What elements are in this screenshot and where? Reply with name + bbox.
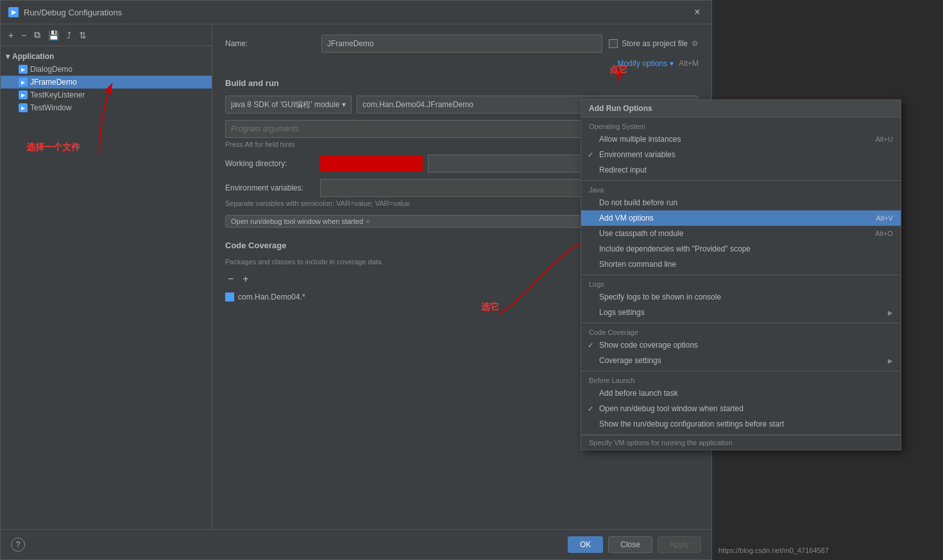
sidebar-item-dialogdemo[interactable]: ▶ DialogDemo — [1, 63, 212, 76]
chevron-down-icon: ▾ — [670, 59, 674, 68]
item-label: Specify logs to be shown in console — [599, 293, 721, 301]
footer-left: ? — [11, 538, 563, 552]
modify-shortcut: Alt+M — [679, 59, 699, 68]
item-label: Show the run/debug configuration setting… — [599, 420, 784, 428]
tree-group-header: ▾ Application — [1, 50, 212, 63]
dropdown-section-coverage: Code Coverage ✓ Show code coverage optio… — [581, 323, 901, 371]
item-label: Shorten command line — [599, 260, 676, 269]
dropdown-item-specify-logs[interactable]: Specify logs to be shown in console — [581, 289, 901, 305]
sidebar-item-jframedemo[interactable]: ▶ JFrameDemo — [1, 76, 212, 89]
url-bar: https://blog.csdn.net/m0_47164587 — [712, 541, 943, 560]
dropdown-item-show-config-before-start[interactable]: Show the run/debug configuration setting… — [581, 416, 901, 432]
dropdown-item-env-vars[interactable]: ✓ Environment variables — [581, 147, 901, 162]
item-label: Allow multiple instances — [599, 135, 681, 144]
dropdown-item-show-coverage[interactable]: ✓ Show code coverage options — [581, 337, 901, 353]
dialog-footer: ? OK Close Apply — [1, 529, 711, 559]
coverage-checkbox[interactable] — [225, 293, 234, 301]
name-label: Name: — [225, 39, 315, 48]
working-dir-redacted — [320, 156, 423, 171]
item-label: Add VM options — [599, 214, 654, 223]
share-config-button[interactable]: ⤴ — [64, 29, 74, 42]
open-run-label: Open run/debug tool window when started — [231, 217, 363, 225]
sidebar: + − ⧉ 💾 ⤴ ⇅ ▾ Application ▶ DialogDemo — [1, 24, 212, 529]
save-config-button[interactable]: 💾 — [46, 29, 62, 42]
group-expand-icon: ▾ — [6, 52, 10, 61]
config-icon: ▶ — [19, 65, 28, 74]
add-run-options-dropdown: Add Run Options Operating System Allow m… — [581, 99, 901, 450]
submenu-arrow-icon: ▶ — [888, 357, 893, 364]
dropdown-item-add-vm[interactable]: Add VM options Alt+V — [581, 210, 901, 226]
working-dir-label: Working directory: — [225, 159, 315, 168]
config-icon: ▶ — [19, 90, 28, 99]
url-text: https://blog.csdn.net/m0_47164587 — [718, 547, 829, 554]
dropdown-item-coverage-settings[interactable]: Coverage settings ▶ — [581, 353, 901, 368]
shortcut-label: Alt+V — [876, 214, 893, 222]
dropdown-item-add-before-launch[interactable]: Add before launch task — [581, 386, 901, 401]
sidebar-toolbar: + − ⧉ 💾 ⤴ ⇅ — [1, 24, 212, 46]
sidebar-item-label: DialogDemo — [30, 65, 72, 74]
gear-icon[interactable]: ⚙ — [692, 39, 699, 48]
modify-options-button[interactable]: Modify options ▾ Alt+M — [618, 59, 699, 68]
sidebar-item-label: JFrameDemo — [30, 78, 77, 87]
dropdown-item-include-deps[interactable]: Include dependencies with "Provided" sco… — [581, 241, 901, 257]
item-label: Coverage settings — [599, 356, 661, 365]
tag-close-button[interactable]: × — [366, 217, 370, 225]
section-label-os: Operating System — [581, 120, 901, 132]
checkmark-icon: ✓ — [588, 405, 593, 413]
tree-group-application: ▾ Application ▶ DialogDemo ▶ JFrameDemo … — [1, 49, 212, 115]
item-label: Show code coverage options — [599, 341, 698, 350]
dropdown-section-before-launch: Before Launch Add before launch task ✓ O… — [581, 371, 901, 435]
config-icon: ▶ — [19, 103, 28, 112]
item-label: Include dependencies with "Provided" sco… — [599, 244, 751, 253]
sidebar-item-testwindow[interactable]: ▶ TestWindow — [1, 101, 212, 114]
build-run-title: Build and run — [225, 78, 699, 88]
dropdown-item-redirect-input[interactable]: Redirect input — [581, 162, 901, 178]
dropdown-arrow: ▾ — [342, 100, 346, 109]
store-row: Store as project file ⚙ — [609, 39, 699, 48]
help-button[interactable]: ? — [11, 538, 25, 552]
sidebar-item-testkeyli stener[interactable]: ▶ TestKeyListener — [1, 89, 212, 101]
item-label: Use classpath of module — [599, 229, 683, 238]
dropdown-item-shorten-cmdline[interactable]: Shorten command line — [581, 257, 901, 272]
dropdown-header: Add Run Options — [581, 100, 901, 117]
checkmark-icon: ✓ — [588, 151, 593, 159]
shortcut-label: Alt+O — [875, 230, 893, 237]
section-label-coverage: Code Coverage — [581, 326, 901, 337]
modify-options-label: Modify options — [618, 59, 667, 68]
dropdown-item-open-run-window[interactable]: ✓ Open run/debug tool window when starte… — [581, 401, 901, 416]
shortcut-label: Alt+U — [876, 135, 893, 143]
close-button[interactable]: × — [691, 6, 704, 19]
item-label: Open run/debug tool window when started — [599, 404, 743, 413]
copy-config-button[interactable]: ⧉ — [31, 28, 43, 42]
dialog-titlebar: ▶ Run/Debug Configurations × — [1, 1, 711, 24]
dropdown-item-classpath[interactable]: Use classpath of module Alt+O — [581, 226, 901, 241]
app-icon: ▶ — [8, 7, 19, 17]
submenu-arrow-icon: ▶ — [888, 309, 893, 316]
item-label: Environment variables — [599, 150, 675, 159]
dropdown-item-logs-settings[interactable]: Logs settings ▶ — [581, 305, 901, 320]
store-checkbox[interactable] — [609, 39, 618, 48]
sdk-label: java 8 SDK of 'GUI编程' module — [231, 99, 339, 110]
sort-config-button[interactable]: ⇅ — [76, 29, 89, 42]
item-label: Add before launch task — [599, 389, 678, 398]
close-dialog-button[interactable]: Close — [608, 536, 652, 553]
env-vars-label: Environment variables: — [225, 183, 315, 192]
apply-button[interactable]: Apply — [658, 536, 701, 553]
dropdown-status: Specify VM options for running the appli… — [581, 435, 901, 450]
dropdown-section-os: Operating System Allow multiple instance… — [581, 117, 901, 181]
ok-button[interactable]: OK — [568, 536, 603, 553]
dropdown-item-no-build[interactable]: Do not build before run — [581, 195, 901, 210]
coverage-item-label: com.Han.Demo04.* — [238, 293, 305, 301]
item-label: Do not build before run — [599, 198, 677, 207]
sdk-select[interactable]: java 8 SDK of 'GUI编程' module ▾ — [225, 96, 352, 114]
coverage-remove-button[interactable]: − — [225, 272, 236, 286]
sidebar-item-label: TestWindow — [30, 103, 72, 112]
remove-config-button[interactable]: − — [19, 29, 29, 42]
coverage-add-button[interactable]: + — [240, 272, 251, 286]
name-row: Name: Store as project file ⚙ — [225, 35, 699, 53]
group-label: Application — [12, 52, 54, 61]
add-config-button[interactable]: + — [6, 29, 16, 42]
section-label-java: Java — [581, 183, 901, 195]
name-input[interactable] — [321, 35, 602, 53]
dropdown-item-multiple-instances[interactable]: Allow multiple instances Alt+U — [581, 132, 901, 147]
